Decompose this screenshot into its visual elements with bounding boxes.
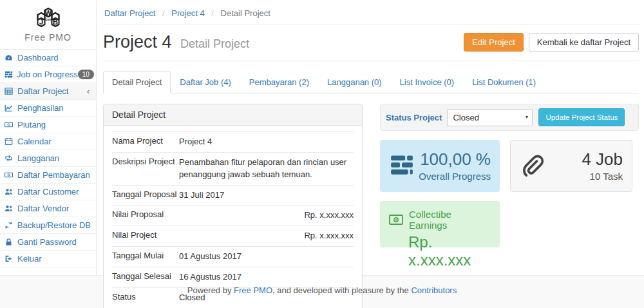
money-icon bbox=[389, 215, 403, 225]
line-chart-icon bbox=[5, 104, 14, 112]
sidebar-item-daftar-vendor[interactable]: Daftar Vendor bbox=[0, 200, 96, 217]
breadcrumb-project-4[interactable]: Project 4 bbox=[171, 8, 204, 18]
detail-row-tanggal-proposal: Tanggal Proposal 31 Juli 2017 bbox=[112, 186, 354, 206]
status-project-bar: Status Project Closed ▼ Update Project S… bbox=[380, 104, 639, 131]
sidebar-nav: Dashboard Job on Progress 10 Daftar Proj… bbox=[0, 49, 96, 267]
paperclip-icon bbox=[520, 152, 544, 180]
table-icon bbox=[5, 87, 14, 95]
sidebar-item-piutang[interactable]: Piutang bbox=[0, 117, 96, 133]
status-select-wrap: Closed ▼ bbox=[447, 109, 533, 126]
svg-text:J: J bbox=[39, 18, 43, 26]
calendar-icon bbox=[5, 137, 14, 146]
page-header: Project 4 Detail Project Edit Project Ke… bbox=[103, 24, 639, 61]
breadcrumb-separator: / bbox=[211, 8, 214, 18]
breadcrumb-current: Detail Project bbox=[221, 8, 270, 18]
tab-langganan[interactable]: Langganan (0) bbox=[318, 71, 391, 93]
sidebar-item-job-on-progress[interactable]: Job on Progress 10 bbox=[0, 66, 96, 83]
users-icon bbox=[5, 204, 14, 213]
earnings-title: Collectibe Earnings bbox=[409, 209, 491, 231]
refresh-icon bbox=[5, 221, 14, 229]
users-icon bbox=[5, 188, 14, 196]
jobs-text: 4 Job 10 Task bbox=[544, 150, 623, 182]
sidebar-item-label: Piutang bbox=[17, 120, 91, 130]
progress-value: 100,00 % bbox=[415, 150, 491, 169]
overall-progress-widget: 100,00 % Overall Progress bbox=[380, 140, 500, 192]
detail-row-nilai-project: Nilai Project Rp. x.xxx.xxx bbox=[112, 226, 354, 247]
tasks-icon bbox=[389, 153, 415, 179]
money-icon bbox=[5, 120, 14, 129]
svg-text:W: W bbox=[44, 9, 52, 17]
summary-widgets: 100,00 % Overall Progress 4 Job 10 Task bbox=[380, 140, 639, 247]
footer-text: , and developed with pleasure by the bbox=[272, 285, 411, 295]
dashboard-icon bbox=[5, 53, 14, 62]
right-column: Status Project Closed ▼ Update Project S… bbox=[380, 104, 639, 308]
sidebar-item-keluar[interactable]: Keluar bbox=[0, 251, 96, 267]
page-subtitle: Detail Project bbox=[180, 37, 249, 50]
breadcrumb-daftar-project[interactable]: Daftar Project bbox=[104, 8, 155, 18]
status-project-select[interactable]: Closed bbox=[447, 109, 533, 126]
page-title-group: Project 4 Detail Project bbox=[103, 32, 249, 52]
svg-text:B: B bbox=[53, 18, 58, 26]
sidebar-item-label: Penghasilan bbox=[17, 103, 91, 113]
tasks-icon bbox=[5, 70, 13, 79]
tab-pembayaran[interactable]: Pembayaran (2) bbox=[240, 71, 318, 93]
sidebar-item-ganti-password[interactable]: Ganti Password bbox=[0, 234, 96, 251]
detail-row-nama-project: Nama Project Project 4 bbox=[112, 131, 354, 153]
update-project-status-button[interactable]: Update Project Status bbox=[538, 108, 625, 126]
brand: J W B .com Free PMO bbox=[0, 0, 96, 49]
sidebar-item-langganan[interactable]: Langganan bbox=[0, 150, 96, 167]
free-pmo-link[interactable]: Free PMO bbox=[234, 285, 272, 295]
app-window: J W B .com Free PMO Dashboard Job on Pro… bbox=[0, 0, 644, 275]
tab-detail-project[interactable]: Detail Project bbox=[103, 71, 171, 93]
tab-list-invoice[interactable]: List Invoice (0) bbox=[391, 71, 464, 93]
tab-list-dokumen[interactable]: List Dokumen (1) bbox=[463, 71, 545, 93]
sidebar-item-label: Langganan bbox=[17, 153, 91, 163]
sidebar-item-label: Daftar Customer bbox=[17, 187, 91, 197]
project-tabs: Detail Project Daftar Job (4) Pembayaran… bbox=[103, 71, 639, 93]
tab-daftar-job[interactable]: Daftar Job (4) bbox=[171, 71, 240, 93]
sidebar-item-label: Daftar Vendor bbox=[17, 204, 91, 213]
detail-row-nilai-proposal: Nilai Proposal Rp. x.xxx.xxx bbox=[112, 206, 354, 226]
sidebar-item-label: Daftar Pembayaran bbox=[17, 170, 91, 180]
sidebar: J W B .com Free PMO Dashboard Job on Pro… bbox=[0, 0, 97, 275]
sidebar-item-daftar-customer[interactable]: Daftar Customer bbox=[0, 184, 96, 200]
status-project-label: Status Project bbox=[386, 113, 442, 122]
panel-title: Detail Project bbox=[104, 104, 362, 126]
footer-text: Powered by bbox=[187, 285, 234, 295]
sidebar-item-penghasilan[interactable]: Penghasilan bbox=[0, 100, 96, 117]
sidebar-item-calendar[interactable]: Calendar bbox=[0, 133, 96, 150]
breadcrumb: Daftar Project / Project 4 / Detail Proj… bbox=[103, 0, 639, 24]
progress-text: 100,00 % Overall Progress bbox=[415, 150, 491, 182]
collectible-earnings-widget: Collectibe Earnings Rp. x.xxx.xxx bbox=[380, 201, 500, 247]
brand-name: Free PMO bbox=[0, 32, 96, 45]
contributors-link[interactable]: Contributors bbox=[411, 285, 457, 295]
sidebar-item-backup-restore-db[interactable]: Backup/Restore DB bbox=[0, 217, 96, 234]
breadcrumb-separator: / bbox=[162, 8, 165, 18]
earnings-header: Collectibe Earnings bbox=[389, 209, 491, 231]
money-icon bbox=[5, 171, 14, 179]
sidebar-item-label: Calendar bbox=[17, 137, 91, 146]
sidebar-item-label: Ganti Password bbox=[17, 237, 91, 247]
sidebar-item-label: Dashboard bbox=[17, 53, 91, 63]
sidebar-item-label: Backup/Restore DB bbox=[17, 220, 91, 230]
panel-body: Nama Project Project 4 Deskripsi Project… bbox=[104, 126, 362, 308]
back-to-project-list-button[interactable]: Kembali ke daftar Project bbox=[529, 33, 639, 52]
retweet-icon bbox=[5, 154, 14, 162]
detail-row-tanggal-mulai: Tanggal Mulai 01 Agustus 2017 bbox=[112, 247, 354, 267]
sidebar-item-daftar-project[interactable]: Daftar Project ‹ bbox=[0, 83, 96, 100]
jobs-caption: 10 Task bbox=[544, 171, 623, 182]
sidebar-item-dashboard[interactable]: Dashboard bbox=[0, 50, 96, 66]
detail-row-tanggal-selesai: Tanggal Selesai 16 Agustus 2017 bbox=[112, 267, 354, 288]
detail-project-panel: Detail Project Nama Project Project 4 De… bbox=[103, 104, 363, 308]
sidebar-item-label: Keluar bbox=[17, 254, 91, 264]
edit-project-button[interactable]: Edit Project bbox=[464, 33, 523, 52]
page-title: Project 4 bbox=[103, 32, 172, 52]
svg-text:.com: .com bbox=[44, 17, 52, 21]
sidebar-item-daftar-pembayaran[interactable]: Daftar Pembayaran bbox=[0, 167, 96, 184]
earnings-value: Rp. x.xxx.xxx bbox=[408, 233, 491, 269]
job-count-widget: 4 Job 10 Task bbox=[510, 140, 632, 192]
header-actions: Edit Project Kembali ke daftar Project bbox=[464, 33, 639, 52]
main-content: Daftar Project / Project 4 / Detail Proj… bbox=[97, 0, 644, 275]
job-count-badge: 10 bbox=[78, 70, 94, 79]
chevron-left-icon: ‹ bbox=[87, 86, 91, 96]
